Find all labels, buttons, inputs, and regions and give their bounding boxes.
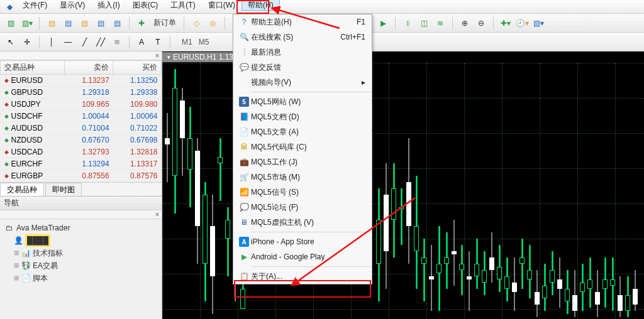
menu-item-icon: A [237,237,251,247]
menu-文件[interactable]: 文件(F) [16,0,53,11]
col-ask[interactable]: 买价 [113,61,162,75]
col-bid[interactable]: 卖价 [65,61,113,75]
tab-tick[interactable]: 即时图 [45,183,82,196]
candle [165,63,170,319]
col-symbol[interactable]: 交易品种 [1,61,65,75]
market-row[interactable]: GBPUSD1.293181.29338 [1,87,162,99]
options-icon[interactable]: ◎ [206,16,219,30]
help-menu-item[interactable]: 💼MQL5工作 (J) [233,154,372,170]
channel-icon[interactable]: ╱╱ [94,35,108,49]
candle [414,63,419,319]
tf-m1[interactable]: M1 [182,38,192,46]
menu-插入[interactable]: 插入(I) [91,0,126,11]
candle [195,63,200,319]
candle [384,63,389,319]
help-menu-item[interactable]: 📄MQL5文章 (A) [233,124,372,139]
text-icon[interactable]: A [135,35,148,49]
fibo-icon[interactable]: ≋ [110,35,124,49]
nav-account[interactable]: 👤████ [14,234,157,247]
zoom-out-icon[interactable]: ⊖ [474,16,488,30]
help-menu-item[interactable]: 💭MQL5论坛 (F) [233,200,372,215]
help-menu-item[interactable]: 📶MQL5信号 (S) [233,185,372,200]
indicators-icon[interactable]: ✚▾ [499,16,513,30]
periods-icon[interactable]: 🕘▾ [515,16,529,30]
candle [633,63,638,319]
zoom-in-icon[interactable]: ⊕ [458,16,472,30]
market-row[interactable]: USDCAD1.327931.32818 [1,146,162,158]
crosshair-icon[interactable]: ✛ [20,35,34,49]
new-chart-icon[interactable]: ▧ [4,16,18,30]
cursor-icon[interactable]: ↖ [4,35,18,49]
help-menu-item[interactable]: AiPhone - App Store [233,234,372,249]
folder-icon: 🗀 [5,222,14,234]
candles-icon[interactable]: ◫ [417,16,431,30]
close-icon[interactable]: × [153,210,162,219]
hline-icon[interactable]: ― [61,35,75,49]
text-label-icon[interactable]: T [151,35,165,49]
candle [444,63,449,319]
candle [482,63,487,319]
nav-item[interactable]: ⊞💱EA交易 [14,259,157,272]
line-icon[interactable]: ≋ [433,16,447,30]
help-menu-item[interactable]: 5MQL5网站 (W) [233,94,372,109]
nav-root[interactable]: 🗀Ava MetaTrader [5,222,157,234]
candle [580,63,585,319]
candle [474,63,479,319]
help-menu-item[interactable]: 🛒MQL5市场 (M) [233,170,372,185]
menu-工具[interactable]: 工具(T) [164,0,201,11]
market-row[interactable]: EURUSD1.132371.13250 [1,75,162,87]
candle [172,63,177,319]
templates-icon[interactable]: ▧▾ [531,16,545,30]
candle [489,63,494,319]
menu-item-icon: 🏛 [237,143,251,151]
help-menu-item[interactable]: ?帮助主题(H)F1 [233,14,372,30]
help-menu-item[interactable]: 🖥MQL5虚拟主机 (V) [233,215,372,230]
trendline-icon[interactable]: ╱ [77,35,91,49]
candle [459,63,464,319]
candle [572,63,577,319]
market-row[interactable]: EURCHF1.132941.13317 [1,158,162,170]
help-menu-item[interactable]: 💬提交反馈 [233,60,372,75]
help-menu-item[interactable]: 📘MQL5文档 (D) [233,109,372,124]
strategy-tester-icon[interactable]: ▤ [110,16,124,30]
candle [225,63,230,319]
menu-帮助[interactable]: 帮助(H) [242,0,280,11]
menu-item-icon: ❕ [237,48,251,57]
nav-item[interactable]: ⊞📄脚本 [14,272,157,284]
new-order-label[interactable]: 新订单 [151,18,179,28]
help-menu-item[interactable]: 视频向导(V)▸ [233,75,372,90]
menu-窗口[interactable]: 窗口(W) [202,0,242,11]
tf-m5[interactable]: M5 [199,38,209,46]
nav-item-icon: 📊 [21,247,30,259]
market-row[interactable]: AUDUSD0.710040.71022 [1,122,162,134]
navigator-icon[interactable]: ▤ [77,16,91,30]
meta-editor-icon[interactable]: ◇ [189,16,203,30]
terminal-icon[interactable]: ▤ [94,16,108,30]
bars-icon[interactable]: ⫴ [401,16,414,30]
close-icon[interactable]: × [153,51,162,60]
candle [504,63,509,319]
help-menu-item[interactable]: 📋关于(A)... [233,269,372,284]
autotrading-icon[interactable]: ▶ [376,16,390,30]
candle [391,63,396,319]
market-row[interactable]: NZDUSD0.676700.67698 [1,134,162,146]
candle [399,63,404,319]
menu-图表[interactable]: 图表(C) [126,0,165,11]
vline-icon[interactable]: │ [45,35,58,49]
data-window-icon[interactable]: ▤ [61,16,75,30]
market-watch-icon[interactable]: ▤ [45,16,58,30]
market-row[interactable]: USDJPY109.965109.980 [1,99,162,111]
tab-symbols[interactable]: 交易品种 [0,183,44,196]
nav-item-icon: 📄 [21,272,30,284]
menu-显示[interactable]: 显示(V) [53,0,91,11]
market-row[interactable]: EURGBP0.875560.87576 [1,170,162,182]
help-menu-item[interactable]: 🔍在线搜索 (S)Ctrl+F1 [233,30,372,45]
market-row[interactable]: USDCHF1.000441.00064 [1,111,162,122]
new-order-icon[interactable]: ✚ [135,16,148,30]
help-menu-item[interactable]: ▶Android - Google Play [233,249,372,264]
help-menu-item[interactable]: 🏛MQL5代码库 (C) [233,139,372,154]
help-menu-item[interactable]: ❕最新消息 [233,45,372,60]
nav-item[interactable]: ⊞📊技术指标 [14,247,157,259]
profiles-icon[interactable]: ▧▾ [20,16,34,30]
candle [203,63,208,319]
